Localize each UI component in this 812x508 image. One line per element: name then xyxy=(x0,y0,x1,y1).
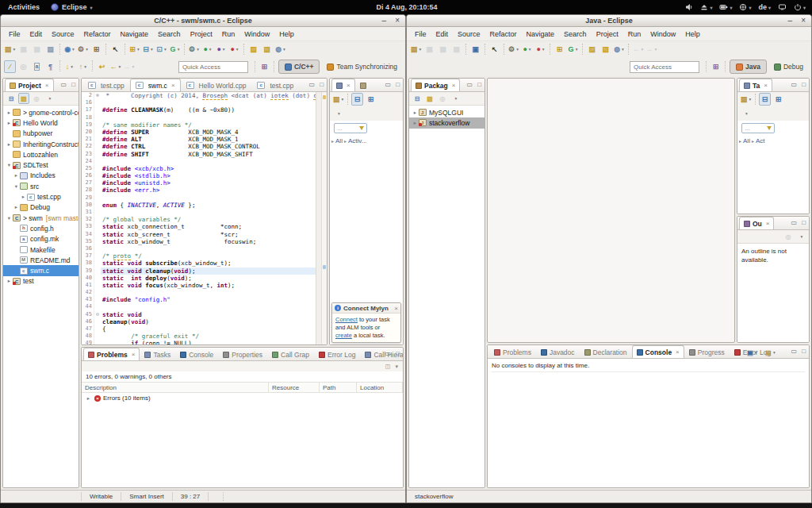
tree-item-swm[interactable]: ▾> swm[swm master] xyxy=(3,213,79,223)
minimize-view-icon[interactable]: ▭ xyxy=(467,81,473,88)
code-line-34[interactable]: 34static xcb_screen_t *scr; xyxy=(82,231,316,238)
expand-arrow-icon[interactable]: ▸ xyxy=(85,395,92,402)
categorized-view-icon[interactable]: ⊟ xyxy=(759,93,771,106)
tree-expand-icon[interactable]: ▸ xyxy=(20,194,27,200)
close-icon[interactable]: × xyxy=(171,82,175,89)
battery-icon[interactable]: ▾ xyxy=(719,3,732,11)
code-line-38[interactable]: 38static void subscribe(xcb_window_t); xyxy=(82,260,316,267)
column-header-location[interactable]: Location xyxy=(357,383,403,392)
tree-expand-icon[interactable]: ▸ xyxy=(6,141,13,148)
run-last-icon[interactable]: ●▾ xyxy=(534,43,546,56)
tree-item-stackoverflow[interactable]: ▸stackoverflow xyxy=(409,117,485,128)
tab-javadoc[interactable]: Javadoc xyxy=(536,345,580,358)
minimize-view-icon[interactable]: ▭ xyxy=(309,81,316,88)
view-menu-icon[interactable]: ▾ xyxy=(395,364,398,370)
scheduled-view-icon[interactable]: ⊞ xyxy=(365,93,377,106)
menu-edit[interactable]: Edit xyxy=(431,29,454,40)
tree-item-readme-md[interactable]: README.md xyxy=(3,255,79,265)
tab-tasks[interactable]: Tasks xyxy=(140,348,175,360)
menu-search[interactable]: Search xyxy=(153,29,186,40)
debug-icon[interactable]: ⚙▾ xyxy=(508,43,519,56)
menu-run[interactable]: Run xyxy=(217,29,240,40)
new-java-project-icon[interactable]: ⊞ xyxy=(553,43,565,56)
code-line-21[interactable]: 21#define ALT XCB_MOD_MASK_1 xyxy=(82,136,316,143)
open-type-icon[interactable]: ▧ xyxy=(599,43,611,56)
show-whitespace-icon[interactable]: a xyxy=(31,60,43,73)
code-line-18[interactable]: 18 xyxy=(82,114,316,121)
code-line-44[interactable]: 44 xyxy=(82,303,316,310)
column-header-path[interactable]: Path xyxy=(320,383,357,392)
perspective-team-synchronizing[interactable]: Team Synchronizing xyxy=(321,60,403,74)
tree-expand-icon[interactable]: ▸ xyxy=(6,110,13,116)
code-line-39[interactable]: 39static void cleanup(void); xyxy=(82,267,316,275)
view-menu-icon[interactable]: ▾ xyxy=(740,107,752,120)
tab-problems[interactable]: Problems× xyxy=(83,348,140,360)
code-line-30[interactable]: 30enum { INACTIVE, ACTIVE }; xyxy=(82,202,316,209)
close-icon[interactable]: × xyxy=(452,82,456,89)
maximize-view-icon[interactable]: □ xyxy=(71,81,75,88)
new-class-icon[interactable]: ⊡▾ xyxy=(155,43,167,56)
tree-expand-icon[interactable]: ▸ xyxy=(13,204,20,210)
close-icon[interactable]: × xyxy=(132,351,136,358)
new-task-icon[interactable]: ▤▾ xyxy=(740,93,752,106)
code-line-28[interactable]: 28#include <err.h> xyxy=(82,187,316,194)
power-icon[interactable]: ▾ xyxy=(794,3,806,11)
maximize-view-icon[interactable]: □ xyxy=(802,81,806,88)
code-line-49[interactable]: 49 if (conn != NULL) xyxy=(82,340,316,344)
scheduled-view-icon[interactable]: ⊞ xyxy=(772,93,784,106)
code-line-20[interactable]: 20#define SUPER XCB_MOD_MASK_4 xyxy=(82,129,316,136)
tree-expand-icon[interactable]: ▸ xyxy=(6,120,13,126)
code-editor[interactable]: 2⊕ * Copyright (c) 2014, Broseph <dcat (… xyxy=(82,92,316,344)
filter-all-link[interactable]: All xyxy=(335,137,343,144)
code-line-45[interactable]: 45⊖static void xyxy=(82,311,316,318)
menu-help[interactable]: Help xyxy=(274,29,299,40)
maximize-view-icon[interactable]: □ xyxy=(396,81,400,88)
tab-error-log[interactable]: Error Log xyxy=(314,348,360,360)
back-icon[interactable]: ←▾ xyxy=(109,60,121,73)
maximize-view-icon[interactable]: □ xyxy=(477,81,481,88)
minimize-view-icon[interactable]: ▭ xyxy=(791,81,798,88)
build-icon[interactable]: ⚙▾ xyxy=(77,43,89,56)
menu-file[interactable]: File xyxy=(4,29,25,40)
code-line-31[interactable]: 31 xyxy=(82,209,316,216)
new-icon[interactable]: ▤▾ xyxy=(410,43,422,56)
tree-item-gnome-control-center[interactable]: ▸> gnome-control-center xyxy=(3,107,79,117)
code-line-2[interactable]: 2⊕ * Copyright (c) 2014, Broseph <dcat (… xyxy=(82,92,316,99)
new-icon[interactable]: ▤▾ xyxy=(4,43,16,56)
code-line-23[interactable]: 23#define SHIFT XCB_MOD_MASK_SHIFT xyxy=(82,151,316,158)
maximize-view-icon[interactable]: □ xyxy=(396,350,400,357)
tree-expand-icon[interactable]: ▾ xyxy=(6,215,13,221)
tab-package-explorer[interactable]: Packag × xyxy=(411,79,460,91)
new-source-folder-icon[interactable]: ⊟▾ xyxy=(142,43,154,56)
occurrence-marker[interactable] xyxy=(323,265,326,269)
minimize-view-icon[interactable]: ▭ xyxy=(61,81,67,88)
minimize-button[interactable]: – xyxy=(382,17,387,24)
tab-task-list[interactable]: × xyxy=(331,79,355,91)
next-annotation-icon[interactable]: ↓▾ xyxy=(63,60,75,73)
menu-window[interactable]: Window xyxy=(645,29,680,40)
collapse-all-icon[interactable]: ⊟ xyxy=(412,93,423,104)
filter-activated-link[interactable]: Activ... xyxy=(348,137,366,144)
tab-task-repositories[interactable] xyxy=(355,79,371,91)
tree-item-makefile[interactable]: Makefile xyxy=(3,244,79,255)
code-line-37[interactable]: 37/* proto */ xyxy=(82,252,316,260)
title-bar[interactable]: C/C++ - swm/swm.c - Eclipse – × xyxy=(1,15,405,27)
menu-refactor[interactable]: Refactor xyxy=(79,29,116,40)
close-button[interactable]: × xyxy=(801,17,806,24)
tree-item-mysqlgui[interactable]: ▸MySQLGUI xyxy=(409,107,485,117)
menu-search[interactable]: Search xyxy=(559,29,592,40)
clock[interactable]: Di 4 Aug, 20:10:54 xyxy=(376,3,437,11)
maximize-view-icon[interactable]: □ xyxy=(802,348,806,355)
search-icon[interactable]: ◍▾ xyxy=(613,43,625,56)
minimize-view-icon[interactable]: ▭ xyxy=(791,348,798,355)
code-template-icon[interactable]: G▾ xyxy=(169,43,181,56)
fold-toggle-icon[interactable]: ⊕ xyxy=(94,92,101,99)
new-cpp-project-icon[interactable]: ⊞▾ xyxy=(128,43,140,56)
app-menu-button[interactable]: Eclipse ▾ xyxy=(51,3,93,11)
code-line-47[interactable]: 47{ xyxy=(82,325,316,333)
tab-progress[interactable]: Progress xyxy=(684,345,730,358)
code-line-48[interactable]: 48 /* graceful exit */ xyxy=(82,333,316,340)
perspective-java[interactable]: Java xyxy=(730,60,767,74)
minimize-view-icon[interactable]: ▭ xyxy=(385,81,392,88)
filter-activated-link[interactable]: Act xyxy=(756,137,765,144)
